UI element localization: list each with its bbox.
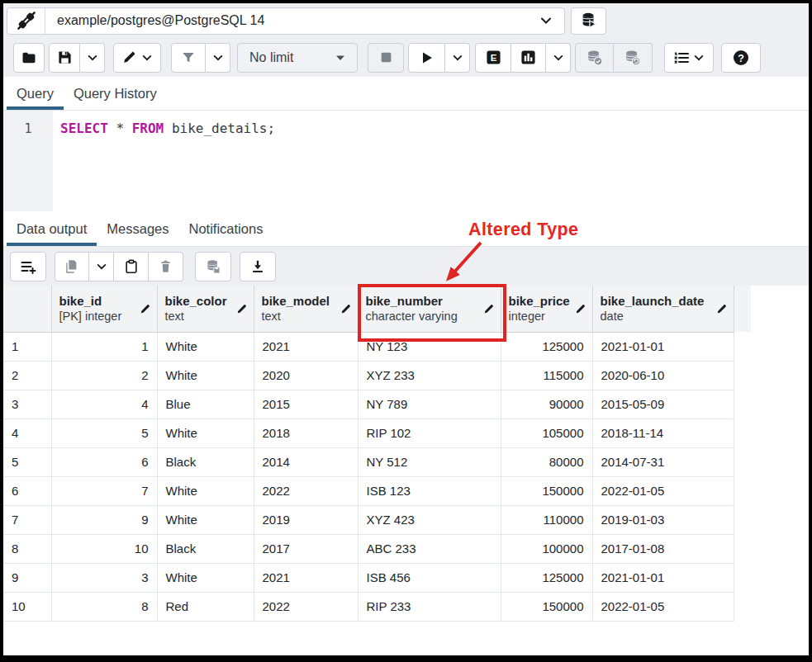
- data-cell[interactable]: ABC 233: [358, 534, 501, 563]
- data-cell[interactable]: 2014-07-31: [592, 447, 734, 476]
- data-cell[interactable]: White: [157, 332, 254, 361]
- data-cell[interactable]: 110000: [501, 505, 592, 534]
- row-number-cell[interactable]: 9: [3, 563, 51, 592]
- save-data-changes-button[interactable]: [195, 252, 231, 281]
- stop-button[interactable]: [368, 43, 404, 73]
- data-cell[interactable]: 2015: [254, 390, 358, 418]
- data-cell[interactable]: 2022: [254, 592, 358, 621]
- tab-messages[interactable]: Messages: [97, 211, 178, 246]
- data-cell[interactable]: 6: [51, 447, 157, 476]
- data-cell[interactable]: 2: [51, 361, 157, 390]
- data-cell[interactable]: RIP 102: [358, 418, 501, 447]
- data-cell[interactable]: 115000: [501, 361, 592, 390]
- data-cell[interactable]: 2020-06-10: [592, 361, 734, 390]
- data-cell[interactable]: White: [157, 563, 254, 592]
- rollback-button[interactable]: [614, 43, 653, 73]
- data-cell[interactable]: 4: [51, 390, 157, 418]
- data-cell[interactable]: 2014: [254, 447, 358, 476]
- data-cell[interactable]: 150000: [501, 476, 592, 505]
- data-cell[interactable]: 90000: [501, 390, 592, 418]
- data-cell[interactable]: ISB 123: [358, 476, 501, 505]
- data-cell[interactable]: 2019-01-03: [592, 505, 734, 534]
- data-cell[interactable]: 2015-05-09: [592, 390, 734, 418]
- sql-code-line[interactable]: SELECT * FROM bike_details;: [53, 111, 809, 211]
- connection-select[interactable]: example/postgres@PostgreSQL 14: [7, 7, 565, 35]
- data-cell[interactable]: 2022: [254, 476, 358, 505]
- row-number-cell[interactable]: 7: [3, 505, 51, 534]
- add-row-button[interactable]: [10, 252, 46, 281]
- tab-query[interactable]: Query: [7, 77, 64, 110]
- edit-menu-button[interactable]: [113, 43, 161, 73]
- commit-button[interactable]: [575, 43, 614, 73]
- explain-menu-button[interactable]: [546, 43, 571, 73]
- data-cell[interactable]: White: [157, 505, 254, 534]
- data-cell[interactable]: White: [157, 476, 254, 505]
- tab-notifications[interactable]: Notifications: [179, 211, 273, 246]
- column-header-bike-id[interactable]: bike_id[PK] integer: [51, 286, 157, 332]
- data-cell[interactable]: Black: [157, 447, 254, 476]
- data-cell[interactable]: 2022-01-05: [592, 476, 734, 505]
- data-cell[interactable]: NY 789: [358, 390, 501, 418]
- data-cell[interactable]: 2017-01-08: [592, 534, 734, 563]
- save-menu-button[interactable]: [80, 43, 105, 73]
- explain-button[interactable]: E: [475, 43, 511, 73]
- data-cell[interactable]: Red: [157, 592, 254, 621]
- data-cell[interactable]: 3: [51, 563, 157, 592]
- copy-menu-button[interactable]: [89, 252, 114, 281]
- data-cell[interactable]: 2021: [254, 332, 358, 361]
- delete-row-button[interactable]: [149, 252, 183, 281]
- column-header-bike-model[interactable]: bike_modeltext: [254, 286, 358, 332]
- data-cell[interactable]: Black: [157, 534, 254, 563]
- copy-button[interactable]: [55, 252, 89, 281]
- help-button[interactable]: ?: [721, 43, 761, 73]
- column-header-bike-launch-date[interactable]: bike_launch_datedate: [592, 286, 734, 332]
- row-number-cell[interactable]: 10: [3, 592, 51, 621]
- tab-data-output[interactable]: Data output: [7, 211, 97, 246]
- row-number-cell[interactable]: 3: [3, 390, 51, 418]
- edit-column-icon[interactable]: [236, 303, 248, 314]
- column-header-bike-color[interactable]: bike_colortext: [157, 286, 254, 332]
- filter-button[interactable]: [171, 43, 206, 73]
- data-cell[interactable]: 10: [51, 534, 157, 563]
- data-cell[interactable]: 7: [51, 476, 157, 505]
- edit-column-icon[interactable]: [575, 303, 586, 314]
- row-number-cell[interactable]: 4: [3, 418, 51, 447]
- explain-analyze-button[interactable]: [511, 43, 546, 73]
- data-cell[interactable]: 2022-01-05: [592, 592, 734, 621]
- data-cell[interactable]: 80000: [501, 447, 592, 476]
- data-cell[interactable]: 8: [51, 592, 157, 621]
- data-cell[interactable]: 2018: [254, 418, 358, 447]
- data-cell[interactable]: 2021-01-01: [592, 332, 734, 361]
- edit-column-icon[interactable]: [340, 303, 352, 314]
- paste-button[interactable]: [114, 252, 149, 281]
- macros-button[interactable]: [664, 43, 714, 73]
- data-cell[interactable]: Blue: [157, 390, 254, 418]
- data-cell[interactable]: 2021: [254, 563, 358, 592]
- data-cell[interactable]: 150000: [501, 592, 592, 621]
- sql-editor[interactable]: 1 SELECT * FROM bike_details;: [3, 111, 809, 211]
- row-number-cell[interactable]: 5: [3, 447, 51, 476]
- execute-menu-button[interactable]: [445, 43, 470, 73]
- data-cell[interactable]: 2020: [254, 361, 358, 390]
- row-number-cell[interactable]: 2: [3, 361, 51, 390]
- data-cell[interactable]: 2019: [254, 505, 358, 534]
- save-button[interactable]: [49, 43, 80, 73]
- data-cell[interactable]: NY 512: [358, 447, 501, 476]
- edit-column-icon[interactable]: [716, 303, 728, 314]
- row-number-cell[interactable]: 6: [3, 476, 51, 505]
- data-cell[interactable]: 125000: [501, 563, 592, 592]
- data-cell[interactable]: 100000: [501, 534, 592, 563]
- filter-menu-button[interactable]: [206, 43, 230, 73]
- data-cell[interactable]: 125000: [501, 332, 592, 361]
- data-cell[interactable]: 1: [51, 332, 157, 361]
- data-cell[interactable]: 2018-11-14: [592, 418, 734, 447]
- edit-column-icon[interactable]: [140, 303, 151, 314]
- data-cell[interactable]: XYZ 423: [358, 505, 501, 534]
- row-limit-select[interactable]: No limit: [237, 43, 358, 73]
- data-cell[interactable]: ISB 456: [358, 563, 501, 592]
- data-cell[interactable]: 5: [51, 418, 157, 447]
- data-cell[interactable]: 9: [51, 505, 157, 534]
- save-results-button[interactable]: [240, 252, 276, 281]
- new-connection-button[interactable]: [571, 7, 606, 35]
- data-cell[interactable]: 2021-01-01: [592, 563, 734, 592]
